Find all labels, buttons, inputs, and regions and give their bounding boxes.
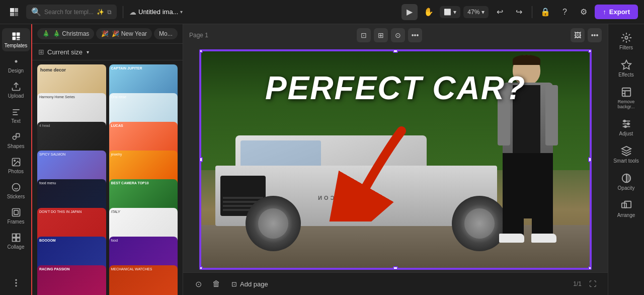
svg-rect-14 — [16, 234, 20, 238]
svg-rect-0 — [12, 33, 16, 36]
main-area: Templates Design Upload Text Shapes Phot… — [0, 24, 644, 295]
layout-btn[interactable]: ⊞ — [374, 28, 388, 42]
zoom-level: 47% — [467, 9, 479, 16]
page-label: Page 1 — [189, 32, 208, 39]
grid-view-btn[interactable]: ⊡ — [357, 28, 371, 42]
grid-icon: ⊞ — [38, 48, 44, 56]
sidebar-item-label: Shapes — [8, 143, 25, 149]
sidebar-item-design[interactable]: Design — [2, 53, 30, 77]
svg-rect-11 — [12, 209, 20, 216]
canvas-bottom-bar: ⊙ 🗑 ⊡ Add page 1/1 ⛶ — [183, 272, 608, 295]
canvas-more-btn[interactable]: ••• — [588, 28, 602, 42]
tab-more[interactable]: Mo... — [154, 28, 178, 39]
sidebar-item-photos[interactable]: Photos — [2, 154, 30, 177]
cloud-icon: ☁ — [129, 8, 136, 16]
svg-point-18 — [15, 282, 17, 283]
sidebar-item-label: Upload — [8, 93, 24, 99]
export-label: Export — [609, 8, 630, 16]
duplicate-btn[interactable]: ⊙ — [391, 28, 405, 42]
left-sidebar: Templates Design Upload Text Shapes Phot… — [0, 24, 32, 295]
right-tool-label: Adjust — [619, 131, 633, 136]
brand-logo[interactable] — [6, 4, 22, 20]
chevron-down-icon: ▾ — [453, 9, 456, 16]
search-input[interactable] — [44, 9, 94, 16]
sidebar-item-frames[interactable]: Frames — [2, 204, 30, 228]
svg-point-10 — [12, 184, 20, 191]
ai-search-icon[interactable]: ✨ — [97, 9, 104, 16]
template-card[interactable]: RACING PASSION — [37, 265, 106, 295]
svg-rect-13 — [12, 234, 16, 238]
sidebar-item-collage[interactable]: Collage — [2, 230, 30, 253]
svg-rect-12 — [14, 210, 18, 214]
zoom-btn[interactable]: 47% ▾ — [463, 6, 489, 18]
undo-btn[interactable]: ↩ — [492, 4, 508, 20]
more-options-btn[interactable]: ••• — [408, 28, 422, 42]
sidebar-item-label: Templates — [5, 43, 28, 48]
svg-point-19 — [15, 285, 17, 286]
sidebar-item-label: Photos — [8, 169, 24, 174]
hand-tool-btn[interactable]: ✋ — [421, 4, 437, 20]
document-title[interactable]: ☁ Untitled ima... ▾ — [129, 8, 183, 16]
svg-rect-3 — [16, 37, 20, 38]
sidebar-item-label: Stickers — [7, 194, 25, 199]
settings-btn[interactable]: ⚙ — [576, 4, 592, 20]
panel-tabs: 🎄 🎄 Christmas 🎉 🎉 New Year Mo... — [32, 24, 183, 44]
page-count: 1/1 — [573, 280, 582, 287]
template-card[interactable]: MECHANICAL WATCHES — [109, 265, 178, 295]
templates-grid: home decor CAPTAIN JUPITER Harmony Home … — [32, 60, 183, 295]
svg-point-29 — [627, 123, 629, 125]
current-size-btn[interactable]: Current size ▾ — [47, 48, 89, 56]
top-toolbar: 🔍 ✨ ⧉ ☁ Untitled ima... ▾ ▶ ✋ ⬜ ▾ 47% ▾ … — [0, 0, 644, 24]
sidebar-item-label: Frames — [8, 219, 25, 225]
svg-point-28 — [623, 120, 625, 122]
svg-rect-1 — [16, 33, 20, 36]
redo-btn[interactable]: ↪ — [511, 4, 527, 20]
sidebar-item-text[interactable]: Text — [2, 104, 30, 127]
right-sidebar: Filters Effects Remove backgr... — [608, 24, 644, 295]
sidebar-item-label: Text — [11, 118, 20, 124]
tab-new-year[interactable]: 🎉 🎉 New Year — [96, 28, 152, 39]
sidebar-item-label: Design — [8, 68, 24, 73]
image-settings-icon[interactable]: 🖼 — [571, 28, 585, 42]
canvas-wrapper[interactable]: RUBICON — [183, 46, 608, 272]
canvas-frame[interactable]: RUBICON — [199, 49, 592, 270]
add-page-btn[interactable]: ⊡ Add page — [227, 278, 272, 290]
sidebar-item-upload[interactable]: Upload — [2, 79, 30, 102]
right-tool-smart[interactable]: Smart tools — [611, 141, 642, 168]
svg-rect-7 — [16, 133, 20, 137]
sidebar-item-shapes[interactable]: Shapes — [2, 129, 30, 152]
chevron-down-icon: ▾ — [180, 9, 183, 15]
sidebar-item-more[interactable] — [2, 275, 30, 291]
frame-view-btn[interactable]: ⬜ ▾ — [440, 6, 460, 18]
canvas-copy-btn[interactable]: ⊙ — [191, 277, 205, 291]
svg-point-6 — [13, 136, 16, 139]
export-btn[interactable]: ↑ Export — [595, 5, 638, 19]
right-tool-arrange[interactable]: Arrange — [611, 196, 642, 222]
share-btn[interactable]: 🔒 — [537, 4, 553, 20]
canvas-area: Page 1 ⊡ ⊞ ⊙ ••• 🖼 ••• — [183, 24, 608, 295]
select-tool-btn[interactable]: ▶ — [401, 4, 418, 20]
right-tool-adjust[interactable]: Adjust — [611, 114, 642, 140]
svg-point-30 — [624, 126, 626, 128]
sidebar-item-templates[interactable]: Templates — [2, 28, 30, 51]
right-tool-opacity[interactable]: Opacity — [611, 169, 642, 195]
svg-point-17 — [15, 279, 17, 281]
svg-rect-16 — [16, 238, 20, 242]
tab-christmas[interactable]: 🎄 🎄 Christmas — [37, 28, 94, 39]
svg-rect-15 — [12, 238, 16, 242]
svg-rect-33 — [624, 201, 631, 208]
canvas-delete-btn[interactable]: 🗑 — [209, 277, 223, 291]
sidebar-item-stickers[interactable]: Stickers — [2, 179, 30, 202]
current-size-bar: ⊞ Current size ▾ — [32, 44, 183, 60]
right-tool-effects[interactable]: Effects — [611, 55, 642, 82]
right-tool-label: Remove backgr... — [613, 99, 640, 109]
right-tool-remove-bg[interactable]: Remove backgr... — [611, 83, 642, 113]
svg-rect-2 — [12, 37, 16, 40]
current-size-label: Current size — [47, 48, 83, 56]
canvas-controls: ⊡ ⊞ ⊙ ••• — [357, 28, 422, 42]
canvas-header: Page 1 ⊡ ⊞ ⊙ ••• 🖼 ••• — [183, 24, 608, 46]
fullscreen-btn[interactable]: ⛶ — [586, 277, 600, 291]
help-btn[interactable]: ? — [556, 4, 573, 20]
filter-icon[interactable]: ⧉ — [107, 9, 112, 16]
right-tool-filters[interactable]: Filters — [611, 28, 642, 54]
